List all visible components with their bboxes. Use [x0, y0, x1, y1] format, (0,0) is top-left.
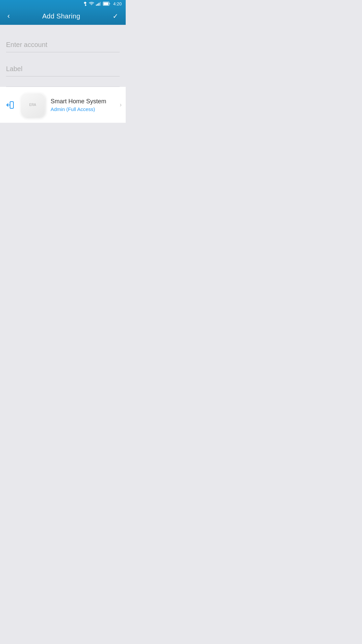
label-field-group [6, 62, 120, 76]
account-field-group [6, 38, 120, 52]
svg-rect-6 [10, 102, 13, 108]
svg-rect-3 [100, 2, 101, 6]
account-input[interactable] [6, 38, 120, 52]
status-time: 4:20 [113, 1, 122, 6]
share-icon-wrapper [4, 99, 16, 111]
svg-rect-5 [104, 2, 109, 5]
svg-rect-2 [99, 3, 100, 6]
app-header: ‹ Add Sharing ✓ [0, 7, 126, 25]
device-image: ERA [21, 93, 45, 117]
status-bar: 4:20 [0, 0, 126, 7]
device-list-item[interactable]: ERA Smart Home System Admin (Full Access… [0, 87, 126, 123]
wifi-icon [89, 2, 94, 6]
signal-icon [96, 2, 101, 6]
device-image-label: ERA [29, 103, 36, 107]
status-icons: 4:20 [83, 1, 122, 6]
confirm-button[interactable]: ✓ [111, 11, 120, 21]
device-name: Smart Home System [51, 98, 117, 105]
svg-rect-0 [96, 5, 97, 6]
form-section [0, 25, 126, 87]
back-button[interactable]: ‹ [6, 11, 11, 21]
bluetooth-icon [83, 1, 87, 6]
chevron-right-icon: › [120, 101, 122, 108]
label-input[interactable] [6, 62, 120, 76]
page-title: Add Sharing [42, 12, 80, 20]
device-list: ERA Smart Home System Admin (Full Access… [0, 87, 126, 123]
bottom-area [0, 123, 126, 223]
device-info: Smart Home System Admin (Full Access) [51, 98, 117, 112]
device-role: Admin (Full Access) [51, 106, 117, 112]
svg-rect-1 [97, 4, 98, 6]
device-image-wrapper: ERA [20, 92, 45, 117]
battery-icon [103, 2, 110, 6]
share-enter-icon [5, 100, 15, 110]
